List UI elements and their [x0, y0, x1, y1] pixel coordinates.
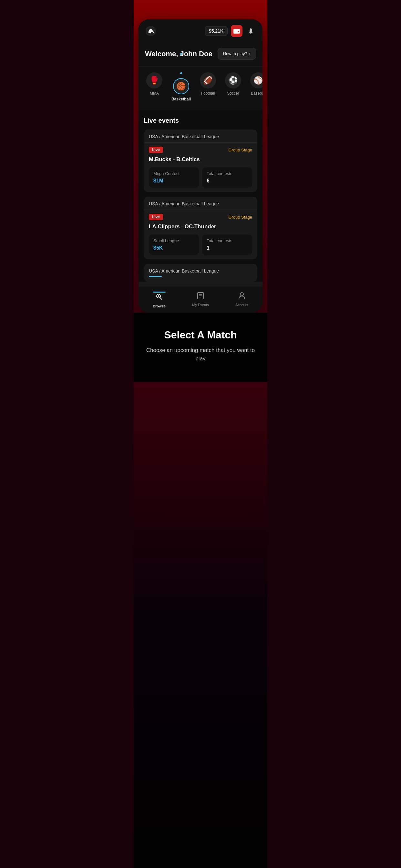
mega-contest-value: $1M [153, 178, 194, 184]
stage-label-2: Group Stage [228, 215, 252, 220]
balance-display: $5.21K [205, 26, 227, 36]
sport-item-football[interactable]: 🏈 Football [195, 70, 220, 104]
sport-item-mma[interactable]: 🥊 MMA [142, 70, 167, 104]
match-name-2: LA.Clippers - OC.Thunder [149, 223, 252, 230]
sport-item-baseball[interactable]: ⚾ Baseball [246, 70, 263, 104]
sport-label-soccer: Soccer [227, 91, 239, 96]
how-to-play-button[interactable]: How to play? › [218, 48, 256, 60]
header-right: $5.21K [205, 25, 256, 37]
bottom-navigation: Browse My Events [138, 286, 263, 313]
league-name-3: USA / American Basketball League [149, 268, 252, 274]
baseball-icon: ⚾ [250, 72, 263, 89]
wallet-button[interactable] [231, 25, 243, 37]
total-contests-label-2: Total contests [207, 238, 248, 243]
notification-button[interactable] [246, 26, 256, 36]
event-card-1-header: USA / American Basketball League [144, 129, 257, 143]
app-logo [145, 25, 157, 37]
league-name-2: USA / American Basketball League [149, 201, 219, 206]
svg-point-5 [251, 33, 251, 34]
small-league-value: $5K [153, 245, 194, 251]
welcome-section: Welcome, John Doe How to play? › [138, 42, 263, 66]
total-contests-box-1: Total contests 6 [202, 167, 252, 188]
sport-label-football: Football [201, 91, 215, 96]
svg-line-7 [160, 298, 162, 300]
sport-label-basketball: Basketball [172, 97, 191, 101]
svg-rect-2 [234, 30, 240, 31]
tutorial-title: Select A Match [143, 329, 258, 341]
browse-label: Browse [153, 304, 166, 308]
live-badge-1: Live [149, 147, 163, 153]
sports-carousel: 🥊 MMA 🏀 Basketball 🏈 Football ⚽ Soccer [138, 70, 263, 104]
event-card-1-body: Live Group Stage M.Bucks - B.Celtics Meg… [144, 143, 257, 192]
my-events-icon [197, 291, 204, 301]
account-icon [238, 291, 245, 301]
stage-label-1: Group Stage [228, 148, 252, 152]
welcome-message: Welcome, John Doe [145, 50, 212, 58]
small-league-box: Small League $5K [149, 235, 199, 255]
nav-account[interactable]: Account [221, 290, 263, 309]
soccer-icon: ⚽ [225, 72, 241, 89]
total-contests-value-2: 1 [207, 245, 248, 251]
total-contests-value-1: 6 [207, 178, 248, 184]
small-league-label: Small League [153, 238, 194, 243]
event-card-2-header: USA / American Basketball League [144, 197, 257, 210]
sport-item-basketball[interactable]: 🏀 Basketball [167, 70, 195, 104]
logo-icon [145, 25, 157, 37]
account-label: Account [235, 303, 248, 307]
live-events-section: Live events USA / American Basketball Le… [138, 111, 263, 282]
sport-label-mma: MMA [150, 91, 159, 96]
app-header: $5.21K [138, 20, 263, 42]
event-card-3[interactable]: USA / American Basketball League [144, 264, 257, 282]
event-card-1[interactable]: USA / American Basketball League Live Gr… [144, 129, 257, 192]
sport-item-soccer[interactable]: ⚽ Soccer [220, 70, 246, 104]
nav-browse[interactable]: Browse [138, 290, 180, 309]
total-contests-box-2: Total contests 1 [202, 235, 252, 255]
tutorial-section: Select A Match Choose an upcoming match … [134, 313, 267, 382]
event-top-row-2: Live Group Stage [149, 214, 252, 220]
browse-icon [155, 293, 163, 303]
my-events-label: My Events [192, 303, 209, 307]
svg-rect-4 [249, 32, 252, 33]
active-indicator [180, 72, 182, 74]
mega-contest-box: Mega Contest $1M [149, 167, 199, 188]
svg-point-14 [240, 292, 243, 296]
basketball-icon: 🏀 [173, 78, 189, 94]
live-events-title: Live events [144, 117, 257, 124]
active-underline [149, 276, 162, 277]
mega-contest-label: Mega Contest [153, 171, 194, 176]
match-name-1: M.Bucks - B.Celtics [149, 156, 252, 163]
total-contests-label-1: Total contests [207, 171, 248, 176]
event-card-2[interactable]: USA / American Basketball League Live Gr… [144, 197, 257, 259]
contest-row-2: Small League $5K Total contests 1 [149, 235, 252, 255]
mma-icon: 🥊 [146, 72, 162, 89]
sport-label-baseball: Baseball [251, 91, 263, 96]
event-card-2-body: Live Group Stage LA.Clippers - OC.Thunde… [144, 210, 257, 259]
tutorial-subtitle: Choose an upcoming match that you want t… [143, 346, 258, 363]
live-badge-2: Live [149, 214, 163, 220]
phone-card: $5.21K Welcom [138, 20, 263, 313]
svg-rect-3 [238, 31, 239, 32]
contest-row-1: Mega Contest $1M Total contests 6 [149, 167, 252, 188]
sports-section: 🥊 MMA 🏀 Basketball 🏈 Football ⚽ Soccer [138, 66, 263, 111]
nav-my-events[interactable]: My Events [180, 290, 221, 309]
event-top-row-1: Live Group Stage [149, 147, 252, 153]
football-icon: 🏈 [200, 72, 216, 89]
nav-active-indicator [153, 291, 166, 292]
league-name-1: USA / American Basketball League [149, 134, 219, 139]
